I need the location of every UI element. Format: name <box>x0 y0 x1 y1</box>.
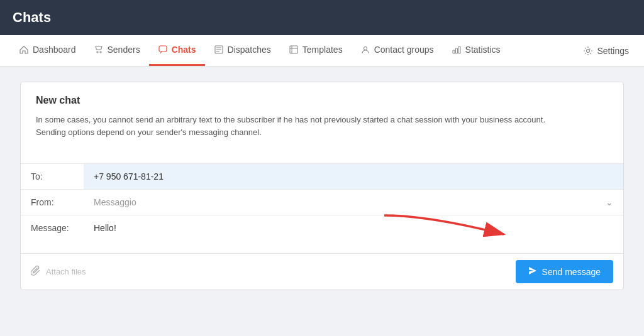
send-button-label: Send message <box>542 267 601 277</box>
send-icon <box>528 266 537 277</box>
chevron-down-icon: ⌄ <box>606 197 613 207</box>
settings-label: Settings <box>597 46 629 56</box>
main-content: New chat In some cases, you cannot send … <box>0 67 644 305</box>
to-label: To: <box>21 164 84 189</box>
attach-files-area[interactable]: Attach files <box>31 266 86 278</box>
nav-item-contact-groups[interactable]: Contact groups <box>352 35 443 66</box>
svg-point-5 <box>364 47 367 50</box>
from-placeholder: Messaggio <box>94 197 136 207</box>
nav-item-dashboard[interactable]: Dashboard <box>10 35 85 66</box>
nav-item-dispatches[interactable]: Dispatches <box>205 35 280 66</box>
senders-icon <box>94 45 104 55</box>
svg-rect-2 <box>159 46 167 51</box>
svg-rect-4 <box>290 46 297 53</box>
from-label: From: <box>21 190 84 215</box>
nav-label-dashboard: Dashboard <box>33 45 76 55</box>
paperclip-icon <box>31 266 41 278</box>
nav-label-templates: Templates <box>303 45 343 55</box>
templates-icon <box>289 45 299 55</box>
form-row-message: Message: Hello! <box>21 215 623 253</box>
nav-label-dispatches: Dispatches <box>228 45 271 55</box>
dashboard-icon <box>19 45 29 55</box>
main-nav: Dashboard Senders Chats Di <box>0 35 644 67</box>
nav-item-senders[interactable]: Senders <box>85 35 149 66</box>
dispatches-icon <box>214 45 224 55</box>
message-label: Message: <box>21 215 84 253</box>
statistics-icon <box>452 45 462 55</box>
nav-item-chats[interactable]: Chats <box>149 35 205 66</box>
card-footer: Attach files Send message <box>21 253 623 290</box>
settings-icon <box>583 46 593 56</box>
card-body: New chat In some cases, you cannot send … <box>21 82 623 163</box>
form-row-from: From: Messaggio ⌄ <box>21 189 623 215</box>
svg-point-1 <box>99 51 101 53</box>
chats-icon <box>158 45 168 55</box>
send-message-button[interactable]: Send message <box>516 260 613 283</box>
to-value[interactable]: +7 950 671-81-21 <box>84 164 623 189</box>
contact-groups-icon <box>360 45 370 55</box>
new-chat-card: New chat In some cases, you cannot send … <box>20 82 624 290</box>
nav-label-chats: Chats <box>172 45 196 55</box>
form-row-to: To: +7 950 671-81-21 <box>21 163 623 189</box>
card-title: New chat <box>36 95 608 106</box>
message-textarea[interactable]: Hello! <box>84 215 623 253</box>
nav-item-statistics[interactable]: Statistics <box>443 35 509 66</box>
card-info: In some cases, you cannot send an arbitr… <box>36 114 608 138</box>
app-title: Chats <box>13 9 51 26</box>
svg-point-6 <box>587 49 590 52</box>
nav-label-statistics: Statistics <box>465 45 501 55</box>
nav-label-contact-groups: Contact groups <box>374 45 434 55</box>
info-line2: Sending options depend on your sender's … <box>36 127 262 137</box>
info-line1: In some cases, you cannot send an arbitr… <box>36 115 545 124</box>
nav-settings[interactable]: Settings <box>578 46 634 56</box>
app-header: Chats <box>0 0 644 35</box>
attach-label: Attach files <box>46 267 86 276</box>
nav-item-templates[interactable]: Templates <box>280 35 352 66</box>
nav-label-senders: Senders <box>108 45 140 55</box>
svg-point-0 <box>96 51 97 53</box>
from-value[interactable]: Messaggio ⌄ <box>84 190 623 215</box>
